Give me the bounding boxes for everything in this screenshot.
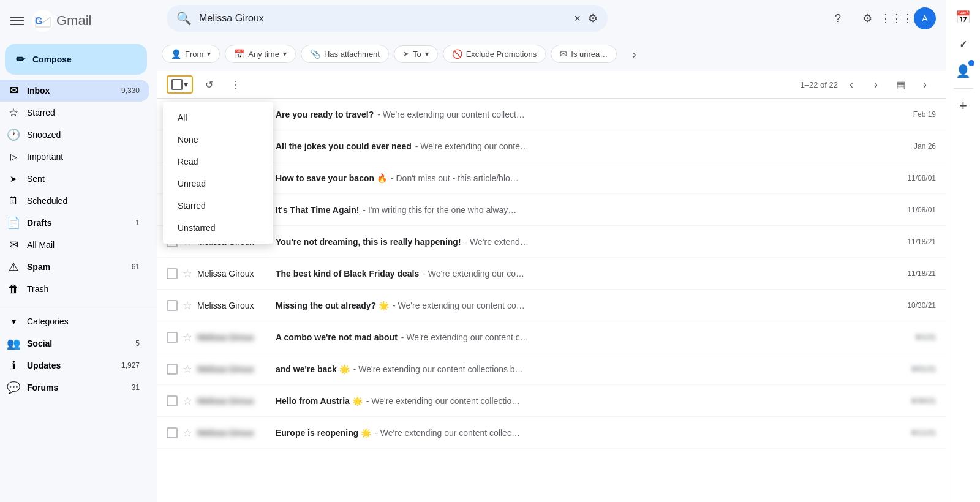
sidebar-item-starred[interactable]: ☆ Starred <box>0 102 149 124</box>
calendar-notification-container: 📅 <box>951 5 976 29</box>
search-top-icons: ? ⚙ ⋮⋮⋮ A <box>826 6 936 31</box>
sidebar-item-forums[interactable]: 💬 Forums 31 <box>0 376 149 399</box>
email-checkbox[interactable] <box>167 395 178 406</box>
chips-more-button[interactable]: › <box>622 42 646 66</box>
email-row[interactable]: ☆ Melissa Giroux Are you ready to travel… <box>157 99 946 130</box>
email-row[interactable]: ☆ Melissa Giroux and we're back 🌟 - We'r… <box>157 353 946 385</box>
next-page-button[interactable]: › <box>865 73 887 96</box>
updates-icon: ℹ <box>7 359 20 372</box>
email-star[interactable]: ☆ <box>183 394 192 408</box>
compose-button[interactable]: ✏ Compose <box>5 44 147 75</box>
email-checkbox[interactable] <box>167 427 178 438</box>
email-date: 10/30/21 <box>905 301 936 310</box>
sidebar-item-drafts[interactable]: 📄 Drafts 1 <box>0 212 149 234</box>
dropdown-item-unstarred[interactable]: Unstarred <box>163 217 273 239</box>
dropdown-item-starred[interactable]: Starred <box>163 195 273 217</box>
email-preview: - We're extending our content collect… <box>377 110 525 119</box>
trash-icon: 🗑 <box>7 283 20 295</box>
email-star[interactable]: ☆ <box>183 426 192 440</box>
calendar-panel-icon[interactable]: 📅 <box>951 5 976 29</box>
from-chip-icon: 👤 <box>171 49 181 59</box>
email-checkbox[interactable] <box>167 268 178 279</box>
sidebar-item-spam-badge: 61 <box>132 263 140 271</box>
dropdown-item-unread[interactable]: Unread <box>163 173 273 195</box>
email-row[interactable]: ☆ Melissa Giroux It's That Time Again! -… <box>157 194 946 226</box>
email-row[interactable]: ☆ Melissa Giroux You're not dreaming, th… <box>157 226 946 258</box>
sidebar-item-important[interactable]: ▷ Important <box>0 146 149 168</box>
search-input[interactable] <box>199 13 567 24</box>
select-all-checkbox[interactable] <box>172 79 183 90</box>
sidebar-item-categories[interactable]: ▾ Categories <box>0 310 149 332</box>
dropdown-item-all[interactable]: All <box>163 107 273 129</box>
social-icon: 👥 <box>7 337 20 350</box>
chip-has-attachment[interactable]: 📎 Has attachment <box>301 45 389 63</box>
email-sender: Melissa Giroux <box>197 301 271 310</box>
email-row[interactable]: ☆ Melissa Giroux Europe is reopening 🌟 -… <box>157 417 946 449</box>
email-subject: Hello from Austria 🌟 <box>276 396 363 406</box>
chip-exclude-promotions[interactable]: 🚫 Exclude Promotions <box>443 45 546 63</box>
avatar[interactable]: A <box>914 7 936 29</box>
sidebar-item-trash-label: Trash <box>27 284 140 294</box>
tasks-panel-icon[interactable]: ✓ <box>951 32 976 56</box>
sidebar-item-spam[interactable]: ⚠ Spam 61 <box>0 256 149 278</box>
email-star[interactable]: ☆ <box>183 331 192 344</box>
sidebar-item-trash[interactable]: 🗑 Trash <box>0 278 149 300</box>
email-date: 9/01/21 <box>905 365 936 373</box>
email-row[interactable]: ☆ Melissa Giroux Hello from Austria 🌟 - … <box>157 385 946 417</box>
settings-button[interactable]: ⚙ <box>855 6 880 31</box>
search-icon-button[interactable]: 🔍 <box>176 11 192 26</box>
email-preview: - We're extend… <box>465 237 529 247</box>
view-options-button[interactable]: ▤ <box>889 73 911 96</box>
sidebar-header: G Gmail <box>0 5 157 42</box>
email-star[interactable]: ☆ <box>183 362 192 376</box>
sidebar-item-sent[interactable]: ➤ Sent <box>0 168 149 190</box>
add-panel-icon[interactable]: + <box>951 94 976 118</box>
chip-any-time[interactable]: 📅 Any time ▾ <box>225 45 296 63</box>
email-row[interactable]: ☆ Melissa Giroux A combo we're not mad a… <box>157 321 946 353</box>
view-more-button[interactable]: › <box>914 73 936 96</box>
chip-from[interactable]: 👤 From ▾ <box>162 45 220 63</box>
search-clear-button[interactable]: × <box>574 12 581 25</box>
email-sender: Melissa Giroux <box>197 428 271 438</box>
email-row[interactable]: ☆ Melissa Giroux How to save your bacon … <box>157 162 946 194</box>
email-checkbox[interactable] <box>167 332 178 343</box>
search-advanced-button[interactable]: ⚙ <box>588 12 598 25</box>
select-all-container[interactable]: ▾ <box>167 75 193 94</box>
sidebar: G Gmail ✏ Compose ✉ Inbox 9,330 ☆ Starre… <box>0 0 157 502</box>
email-checkbox[interactable] <box>167 364 178 375</box>
email-row[interactable]: ☆ Melissa Giroux All the jokes you could… <box>157 130 946 162</box>
help-button[interactable]: ? <box>826 6 850 31</box>
prev-page-button[interactable]: ‹ <box>840 73 862 96</box>
sidebar-item-inbox[interactable]: ✉ Inbox 9,330 <box>0 80 149 102</box>
email-content: How to save your bacon 🔥 - Don't miss ou… <box>276 173 900 183</box>
sidebar-item-allmail[interactable]: ✉ All Mail <box>0 234 149 256</box>
select-all-dropdown-arrow[interactable]: ▾ <box>184 80 188 89</box>
hamburger-menu-icon[interactable] <box>10 13 24 28</box>
refresh-button[interactable]: ↺ <box>198 73 220 96</box>
apps-button[interactable]: ⋮⋮⋮ <box>884 6 909 31</box>
sidebar-item-snoozed[interactable]: 🕐 Snoozed <box>0 124 149 146</box>
email-subject: Missing the out already? 🌟 <box>276 301 389 310</box>
sidebar-item-social[interactable]: 👥 Social 5 <box>0 332 149 354</box>
more-options-button[interactable]: ⋮ <box>225 73 247 96</box>
sidebar-item-scheduled[interactable]: 🗓 Scheduled <box>0 190 149 212</box>
dropdown-item-none[interactable]: None <box>163 129 273 151</box>
email-star[interactable]: ☆ <box>183 299 192 312</box>
email-row[interactable]: ☆ Melissa Giroux Missing the out already… <box>157 290 946 321</box>
sidebar-item-inbox-label: Inbox <box>27 86 114 96</box>
email-row[interactable]: ☆ Melissa Giroux The best kind of Black … <box>157 258 946 290</box>
email-content: Europe is reopening 🌟 - We're extending … <box>276 428 900 438</box>
dropdown-item-read[interactable]: Read <box>163 151 273 173</box>
chip-from-label: From <box>185 50 203 59</box>
chip-is-unread[interactable]: ✉ Is unrea… <box>551 45 617 63</box>
email-star[interactable]: ☆ <box>183 267 192 280</box>
email-subject: and we're back 🌟 <box>276 364 350 374</box>
email-checkbox[interactable] <box>167 300 178 311</box>
sidebar-item-updates[interactable]: ℹ Updates 1,927 <box>0 354 149 376</box>
email-subject: Are you ready to travel? <box>276 110 374 119</box>
starred-icon: ☆ <box>7 107 20 119</box>
gmail-text-logo: Gmail <box>56 13 91 29</box>
inbox-icon: ✉ <box>7 84 20 97</box>
chip-to[interactable]: ➤ To ▾ <box>394 45 438 63</box>
sidebar-item-forums-label: Forums <box>27 383 124 392</box>
